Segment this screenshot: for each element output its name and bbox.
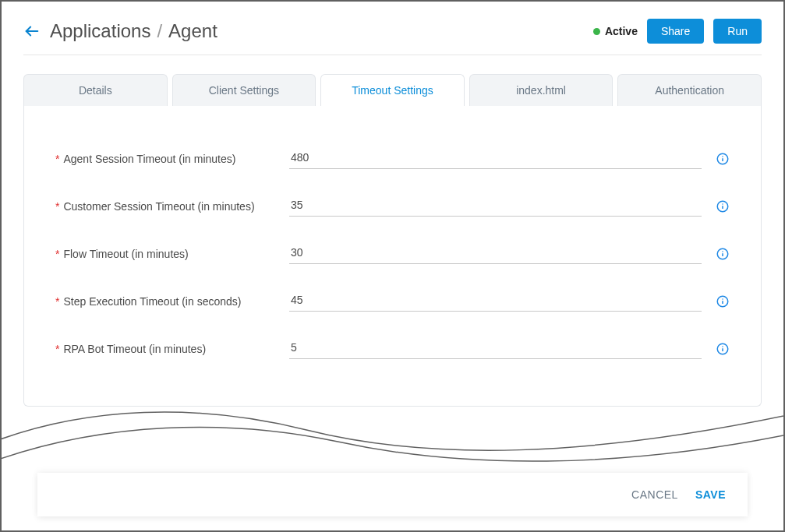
info-icon[interactable] [716,247,730,261]
footer-action-bar: CANCEL SAVE [37,473,748,516]
share-button[interactable]: Share [647,19,704,44]
field-row-rpa-bot: * RPA Bot Timeout (in minutes) [55,338,730,359]
page-header: Applications / Agent Active Share Run [23,19,762,44]
required-asterisk-icon: * [55,295,59,308]
svg-point-12 [722,298,723,300]
tab-client-settings[interactable]: Client Settings [172,74,316,106]
info-icon[interactable] [716,199,730,213]
field-row-flow-timeout: * Flow Timeout (in minutes) [55,243,730,264]
breadcrumb-current: Agent [168,20,217,42]
run-button[interactable]: Run [713,19,762,44]
svg-point-3 [722,156,723,157]
info-icon[interactable] [716,294,730,308]
field-label: Agent Session Timeout (in minutes) [63,153,235,165]
field-row-customer-session: * Customer Session Timeout (in minutes) [55,196,730,217]
field-label: Flow Timeout (in minutes) [63,248,188,260]
svg-point-6 [722,203,723,205]
required-asterisk-icon: * [55,153,59,165]
status-dot-icon [593,28,600,35]
required-asterisk-icon: * [55,248,59,260]
tab-index-html[interactable]: index.html [469,74,614,106]
info-icon[interactable] [716,152,730,166]
content-break-wave-icon [0,399,785,477]
status-badge: Active [593,25,638,37]
status-label: Active [605,25,638,37]
flow-timeout-input[interactable] [289,243,702,264]
breadcrumb-root[interactable]: Applications [50,20,150,42]
step-execution-timeout-input[interactable] [289,291,702,312]
breadcrumb: Applications / Agent [50,20,217,42]
svg-point-15 [722,346,723,347]
svg-point-9 [722,251,723,252]
tab-details[interactable]: Details [23,74,168,106]
header-divider [23,55,762,55]
tab-authentication[interactable]: Authentication [617,74,762,106]
back-arrow-icon[interactable] [23,23,41,40]
tab-timeout-settings[interactable]: Timeout Settings [320,74,465,106]
save-button[interactable]: SAVE [695,488,726,501]
cancel-button[interactable]: CANCEL [631,488,678,501]
field-label: Step Execution Timeout (in seconds) [63,295,241,308]
breadcrumb-separator: / [157,20,162,42]
required-asterisk-icon: * [55,343,59,355]
customer-session-timeout-input[interactable] [289,196,702,217]
timeout-settings-panel: * Agent Session Timeout (in minutes) * C… [23,105,762,407]
required-asterisk-icon: * [55,200,59,213]
rpa-bot-timeout-input[interactable] [289,338,702,359]
field-label: RPA Bot Timeout (in minutes) [63,343,206,355]
tab-bar: Details Client Settings Timeout Settings… [23,74,762,106]
agent-session-timeout-input[interactable] [289,148,702,169]
field-label: Customer Session Timeout (in minutes) [63,200,254,213]
field-row-step-execution: * Step Execution Timeout (in seconds) [55,291,730,312]
field-row-agent-session: * Agent Session Timeout (in minutes) [55,148,730,169]
info-icon[interactable] [716,342,730,356]
